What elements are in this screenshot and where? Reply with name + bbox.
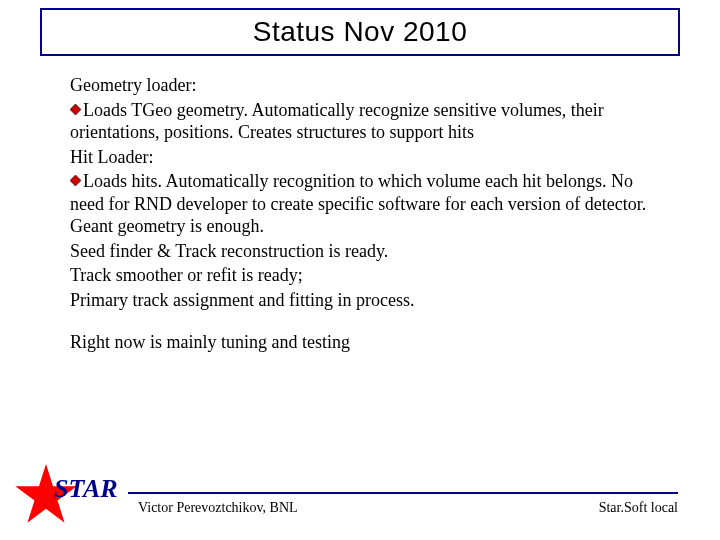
bullet-text-1: Loads TGeo geometry. Automatically recog…: [70, 100, 604, 143]
line-track-smoother: Track smoother or refit is ready;: [70, 264, 670, 287]
line-seed-finder: Seed finder & Track reconstruction is re…: [70, 240, 670, 263]
spacer: [70, 313, 670, 331]
line-tuning: Right now is mainly tuning and testing: [70, 331, 670, 354]
bullet-item-2: Loads hits. Automatically recognition to…: [70, 170, 670, 238]
star-logo-text: STAR: [54, 474, 118, 504]
slide: Status Nov 2010 Geometry loader: Loads T…: [0, 0, 720, 540]
star-logo: STAR: [14, 462, 124, 532]
footer-author: Victor Perevoztchikov, BNL: [138, 500, 298, 516]
bullet-item-1: Loads TGeo geometry. Automatically recog…: [70, 99, 670, 144]
svg-marker-0: [70, 104, 81, 115]
line-primary-track: Primary track assignment and fitting in …: [70, 289, 670, 312]
footer-divider: [128, 492, 678, 494]
line-geometry-loader: Geometry loader:: [70, 74, 670, 97]
title-box: Status Nov 2010: [40, 8, 680, 56]
line-hit-loader: Hit Loader:: [70, 146, 670, 169]
svg-marker-1: [70, 175, 81, 186]
footer-context: Star.Soft local: [599, 500, 678, 516]
diamond-bullet-icon: [70, 104, 81, 115]
bullet-text-2: Loads hits. Automatically recognition to…: [70, 171, 646, 236]
slide-title: Status Nov 2010: [253, 16, 468, 48]
diamond-bullet-icon: [70, 175, 81, 186]
body-text: Geometry loader: Loads TGeo geometry. Au…: [70, 74, 670, 356]
